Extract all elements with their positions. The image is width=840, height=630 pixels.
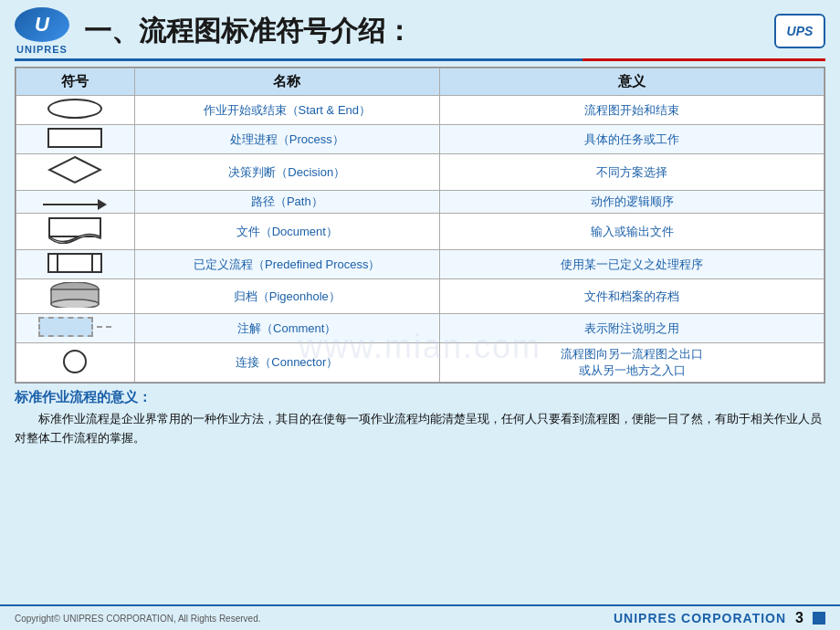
- table-row: 注解（Comment）表示附注说明之用: [16, 314, 824, 343]
- decision-symbol-wrap: [47, 157, 102, 183]
- table-row: 决策判断（Decision）不同方案选择: [16, 154, 824, 191]
- predefined-symbol: [47, 253, 102, 273]
- meaning-cell: 流程图向另一流程图之出口或从另一地方之入口: [440, 343, 824, 383]
- footer-copyright: Copyright© UNIPRES CORPORATION, All Righ…: [15, 614, 260, 624]
- svg-point-4: [51, 299, 99, 308]
- process-symbol: [47, 128, 102, 148]
- symbol-cell: [16, 154, 135, 191]
- table-row: 归档（Pigeonhole）文件和档案的存档: [16, 279, 824, 314]
- symbol-cell: [16, 191, 135, 214]
- name-cell: 作业开始或结束（Start & End）: [134, 96, 440, 125]
- connector-symbol: [63, 350, 87, 373]
- name-cell: 处理进程（Process）: [134, 125, 440, 154]
- name-cell: 文件（Document）: [134, 214, 440, 250]
- name-cell: 连接（Connector）: [134, 343, 440, 383]
- pigeonhole-symbol: [49, 282, 100, 308]
- logo-u-letter: U: [35, 13, 49, 37]
- symbol-cell: [16, 343, 135, 383]
- table-row: 作业开始或结束（Start & End）流程图开始和结束: [16, 96, 824, 125]
- symbol-cell: [16, 279, 135, 314]
- footer-square-icon: [813, 612, 825, 625]
- bottom-text: 标准作业流程是企业界常用的一种作业方法，其目的在使每一项作业流程均能清楚呈现，任…: [15, 410, 825, 448]
- table-header-row: 符号 名称 意义: [16, 68, 824, 96]
- pigeonhole-svg: [49, 282, 100, 308]
- symbol-cell: [16, 314, 135, 343]
- comment-symbol-wrap: [38, 317, 111, 337]
- ups-label: UPS: [787, 24, 814, 38]
- symbol-cell: [16, 125, 135, 154]
- meaning-cell: 具体的任务或工作: [440, 125, 824, 154]
- table-row: 文件（Document）输入或输出文件: [16, 214, 824, 250]
- meaning-cell: 动作的逻辑顺序: [440, 191, 824, 214]
- meaning-cell: 使用某一已定义之处理程序: [440, 250, 824, 279]
- footer: Copyright© UNIPRES CORPORATION, All Righ…: [0, 604, 840, 630]
- document-symbol: [47, 216, 102, 244]
- table-row: 处理进程（Process）具体的任务或工作: [16, 125, 824, 154]
- table-row: 已定义流程（Predefined Process）使用某一已定义之处理程序: [16, 250, 824, 279]
- col-symbol-header: 符号: [16, 68, 135, 96]
- symbol-table: 符号 名称 意义 作业开始或结束（Start & End）流程图开始和结束处理进…: [16, 68, 824, 383]
- footer-page-num: 3: [795, 610, 803, 626]
- meaning-cell: 输入或输出文件: [440, 214, 824, 250]
- decision-svg: [47, 155, 102, 184]
- comment-dash: [97, 326, 111, 328]
- header: U UNIPRES 一、流程图标准符号介绍： UPS: [0, 0, 840, 58]
- path-arrow: [98, 199, 107, 210]
- symbol-cell: [16, 250, 135, 279]
- logo-area: U UNIPRES: [15, 7, 69, 55]
- name-cell: 归档（Pigeonhole）: [134, 279, 440, 314]
- name-cell: 决策判断（Decision）: [134, 154, 440, 191]
- header-divider: [15, 58, 825, 61]
- meaning-cell: 流程图开始和结束: [440, 96, 824, 125]
- name-cell: 路径（Path）: [134, 191, 440, 214]
- path-line: [43, 204, 98, 205]
- comment-box: [38, 317, 93, 337]
- col-meaning-header: 意义: [440, 68, 824, 96]
- footer-right: UNIPRES CORPORATION 3: [614, 610, 825, 626]
- table-row: 连接（Connector）流程图向另一流程图之出口或从另一地方之入口: [16, 343, 824, 383]
- name-cell: 注解（Comment）: [134, 314, 440, 343]
- page-title: 一、流程图标准符号介绍：: [84, 13, 774, 50]
- symbol-table-container: 符号 名称 意义 作业开始或结束（Start & End）流程图开始和结束处理进…: [15, 67, 825, 383]
- meaning-cell: 文件和档案的存档: [440, 279, 824, 314]
- meaning-cell: 不同方案选择: [440, 154, 824, 191]
- symbol-cell: [16, 96, 135, 125]
- logo-icon: U: [15, 7, 69, 42]
- name-cell: 已定义流程（Predefined Process）: [134, 250, 440, 279]
- page-container: U UNIPRES 一、流程图标准符号介绍： UPS 符号 名称 意义 作业开始…: [0, 0, 840, 630]
- svg-marker-0: [49, 157, 100, 183]
- bottom-title: 标准作业流程的意义：: [15, 389, 825, 406]
- col-name-header: 名称: [134, 68, 440, 96]
- start-end-symbol: [47, 99, 102, 119]
- bottom-section: 标准作业流程的意义： 标准作业流程是企业界常用的一种作业方法，其目的在使每一项作…: [15, 389, 825, 448]
- meaning-cell: 表示附注说明之用: [440, 314, 824, 343]
- path-symbol: [43, 199, 107, 210]
- table-row: 路径（Path）动作的逻辑顺序: [16, 191, 824, 214]
- symbol-cell: [16, 214, 135, 250]
- footer-brand: UNIPRES CORPORATION: [614, 611, 786, 625]
- logo-label: UNIPRES: [16, 44, 68, 55]
- ups-badge: UPS: [774, 14, 825, 48]
